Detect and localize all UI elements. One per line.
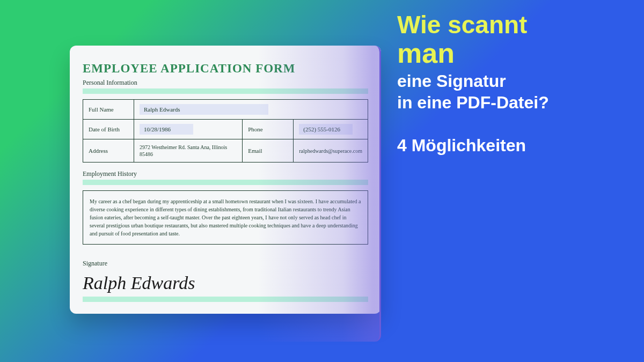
section-divider [83, 88, 368, 94]
phone-value: (252) 555-0126 [299, 124, 353, 135]
signature-label: Signature [83, 260, 368, 268]
full-name-value: Ralph Edwards [140, 104, 268, 115]
dob-value: 10/28/1986 [140, 124, 193, 135]
section-divider [83, 180, 368, 185]
headline-line4: in eine PDF-Datei? [397, 92, 633, 113]
headline-line1: Wie scannt [397, 12, 633, 38]
application-form-card: EMPLOYEE APPLICATION FORM Personal Infor… [70, 46, 381, 314]
headline-line5: 4 Möglichkeiten [397, 136, 633, 156]
signature-value: Ralph Edwards [83, 273, 368, 293]
form-title: EMPLOYEE APPLICATION FORM [83, 62, 368, 76]
address-value: 2972 Westheimer Rd. Santa Ana, Illinois … [140, 144, 237, 158]
headline-line3: eine Signatur [397, 70, 633, 92]
email-value: ralphedwards@superace.com [294, 139, 368, 162]
full-name-label: Full Name [83, 100, 134, 120]
headline-block: Wie scannt man eine Signatur in eine PDF… [397, 12, 633, 156]
history-label: Employment History [83, 170, 368, 178]
dob-label: Date of Birth [83, 120, 134, 139]
personal-info-label: Personal Information [83, 79, 368, 87]
phone-label: Phone [243, 120, 294, 139]
bottom-divider [83, 297, 368, 302]
personal-info-table: Full Name Ralph Edwards Date of Birth 10… [83, 99, 368, 162]
history-text: My career as a chef began during my appr… [83, 190, 368, 245]
email-label: Email [243, 139, 294, 162]
headline-line2: man [397, 39, 633, 68]
address-label: Address [83, 139, 134, 162]
